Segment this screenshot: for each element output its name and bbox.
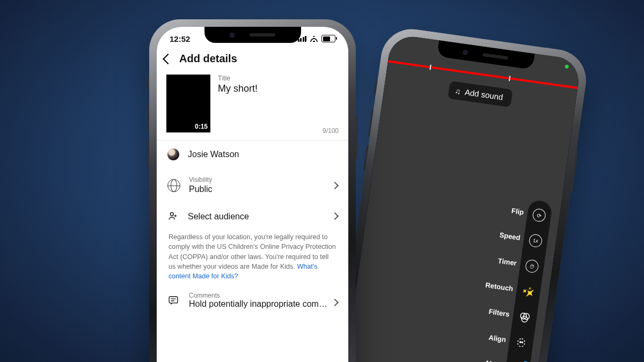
speed-icon: 1x (528, 233, 543, 248)
tool-label: Flip (511, 206, 524, 216)
avatar (167, 149, 179, 160)
chevron-right-icon (331, 212, 339, 220)
globe-icon (167, 179, 180, 192)
visibility-label: Visibility (189, 176, 213, 183)
wifi-icon (310, 35, 318, 42)
notch (204, 27, 301, 43)
comments-label: Comments (189, 292, 327, 299)
visibility-value: Public (189, 184, 213, 194)
back-button[interactable] (163, 54, 173, 64)
timeline-tick (429, 64, 431, 70)
tool-label: Speed (499, 231, 521, 241)
account-name: Josie Watson (188, 149, 239, 159)
video-thumbnail[interactable]: 0:15 (166, 75, 210, 132)
add-sound-button[interactable]: Add sound (448, 81, 513, 107)
tool-label: More (485, 359, 503, 362)
tool-speed[interactable]: Speed 1x (528, 233, 543, 248)
svg-point-6 (170, 213, 173, 216)
status-time: 12:52 (170, 34, 190, 43)
retouch-icon: ✨ (521, 284, 536, 299)
align-icon (514, 335, 529, 350)
comments-value: Hold potentially inappropriate com… (189, 299, 327, 309)
svg-rect-3 (517, 338, 525, 347)
music-note-icon (455, 86, 462, 95)
camera-screen: Add sound Flip ⟳ Speed 1x Timer ⏱ (335, 34, 581, 362)
chevron-right-icon (331, 299, 339, 306)
record-timeline[interactable] (388, 60, 578, 89)
visibility-row[interactable]: Visibility Public (157, 168, 348, 202)
phone-camera-frame: Add sound Flip ⟳ Speed 1x Timer ⏱ (327, 25, 590, 362)
title-char-counter: 9/100 (323, 127, 339, 135)
comments-row[interactable]: Comments Hold potentially inappropriate … (157, 286, 348, 319)
audience-row[interactable]: Select audience (157, 202, 348, 230)
front-camera-dot (463, 49, 468, 55)
earpiece (482, 53, 508, 60)
title-input[interactable]: My short! (218, 83, 339, 94)
account-row[interactable]: Josie Watson (157, 141, 348, 168)
tool-retouch[interactable]: Retouch ✨ (521, 284, 536, 299)
chevron-right-icon (331, 182, 339, 189)
flip-icon: ⟳ (531, 208, 547, 223)
earpiece (250, 33, 275, 36)
front-camera-dot (230, 33, 235, 38)
page-title: Add details (179, 53, 237, 65)
tool-filters[interactable]: Filters (517, 309, 532, 325)
filters-icon (517, 309, 532, 325)
tool-align[interactable]: Align (514, 335, 529, 350)
svg-rect-7 (169, 297, 178, 304)
svg-point-5 (522, 342, 523, 343)
timeline-tick (509, 76, 510, 81)
title-field-label: Title (218, 75, 339, 82)
coppa-disclaimer: Regardless of your location, you're lega… (157, 230, 348, 286)
audience-icon (167, 210, 179, 222)
add-sound-label: Add sound (464, 87, 503, 102)
tool-label: Timer (497, 257, 517, 268)
title-section: 0:15 Title My short! 9/100 (157, 75, 348, 141)
tool-label: Retouch (485, 281, 514, 293)
video-duration: 0:15 (195, 123, 208, 130)
tool-label: Filters (488, 307, 510, 318)
timer-icon: ⏱ (524, 258, 540, 274)
comment-icon (167, 294, 179, 306)
camera-tool-strip: Flip ⟳ Speed 1x Timer ⏱ Retouch ✨ (504, 200, 553, 362)
tool-label: Align (488, 334, 506, 344)
tool-timer[interactable]: Timer ⏱ (524, 258, 540, 274)
battery-icon (321, 35, 335, 42)
phone-details-frame: 12:52 Add details 0:15 (149, 19, 356, 362)
audience-label: Select audience (188, 211, 249, 221)
tool-flip[interactable]: Flip ⟳ (531, 208, 547, 223)
add-details-screen: 12:52 Add details 0:15 (157, 27, 348, 362)
svg-point-4 (519, 342, 521, 343)
